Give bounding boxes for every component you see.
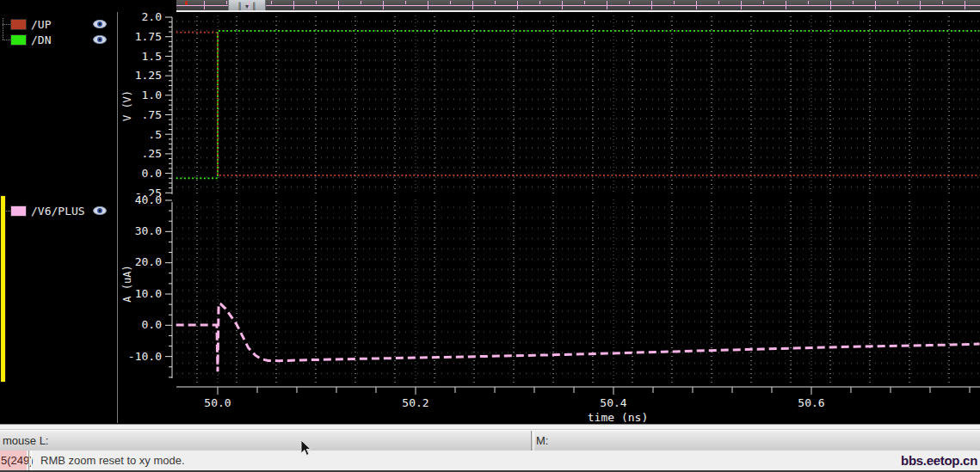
- svg-text:1.0: 1.0: [142, 89, 162, 101]
- trace-up[interactable]: [176, 33, 980, 175]
- top-y-axis-label: V (V): [121, 90, 133, 121]
- svg-text:1.5: 1.5: [142, 50, 162, 63]
- svg-text:50.4: 50.4: [600, 396, 626, 409]
- watermark-text: bbs.eetop.cn: [901, 453, 977, 468]
- legend-label-up: /UP: [31, 19, 51, 30]
- strip-tick-minor: [897, 1, 898, 4]
- svg-text:50.6: 50.6: [798, 396, 824, 409]
- strip-tick-minor: [629, 1, 630, 4]
- strip-tick: [741, 1, 742, 9]
- strip-tick: [607, 1, 607, 9]
- legend-tree-stub: [3, 40, 10, 40]
- strip-tick: [338, 1, 339, 9]
- x-axis-label: time (ns): [588, 411, 648, 423]
- eye-visibility-icon[interactable]: [92, 19, 108, 29]
- svg-text:50.2: 50.2: [402, 396, 428, 409]
- strip-tick-minor: [853, 1, 854, 4]
- strip-tick: [293, 1, 294, 9]
- up-color-swatch: [10, 19, 27, 30]
- bottom-y-axis-label: A (uA): [121, 265, 133, 302]
- voltage-plot-canvas[interactable]: 2.0 1.75 1.5 1.25 1.0 .75 .5 .25 0.0 -.2…: [120, 12, 980, 196]
- strip-tick-minor: [942, 1, 943, 4]
- legend-plot-separator[interactable]: [117, 12, 118, 423]
- legend-tree-stub: [3, 24, 10, 25]
- status-separator: [28, 451, 32, 470]
- strip-tick: [472, 1, 473, 9]
- svg-text:.75: .75: [142, 108, 162, 121]
- dn-color-swatch: [10, 34, 27, 46]
- strip-tick: [249, 1, 250, 9]
- legend-item-dn[interactable]: /DN: [10, 34, 51, 46]
- legend-item-up[interactable]: /UP: [10, 18, 51, 30]
- svg-text:50.0: 50.0: [204, 396, 231, 409]
- trace-v6plus[interactable]: [176, 303, 980, 371]
- legend-tree-line: [3, 18, 3, 40]
- strip-tick-minor: [584, 1, 585, 4]
- svg-text:40.0: 40.0: [135, 196, 162, 206]
- strip-tick-minor: [316, 1, 317, 4]
- thumb-grip-icon: ║: [252, 3, 256, 10]
- v6plus-color-swatch: [10, 205, 27, 217]
- eye-visibility-icon[interactable]: [92, 205, 108, 216]
- strip-tick: [517, 1, 518, 9]
- x-axis-ticks: [218, 387, 970, 395]
- strip-tick-minor: [361, 1, 361, 4]
- svg-text:.5: .5: [148, 128, 162, 141]
- strip-tick: [965, 1, 965, 9]
- eye-visibility-icon[interactable]: [92, 34, 108, 45]
- strip-tick-minor: [271, 1, 272, 4]
- svg-text:.25: .25: [142, 147, 162, 160]
- bottom-y-ticks: [165, 200, 172, 377]
- strip-tick: [875, 1, 876, 9]
- mouse-binding-bar: mouse L: M:: [0, 430, 980, 451]
- bottom-major-gridlines: [218, 199, 811, 383]
- svg-text:10.0: 10.0: [135, 287, 162, 300]
- svg-text:-10.0: -10.0: [128, 350, 162, 363]
- subplot-highlight-bar: [0, 195, 6, 383]
- strip-tick-minor: [763, 1, 764, 4]
- log-count-badge[interactable]: 5(249): [0, 451, 27, 470]
- strip-tick: [696, 1, 697, 9]
- status-separator: [531, 431, 534, 451]
- legend-item-v6plus[interactable]: /V6/PLUS: [10, 205, 85, 217]
- current-plot-canvas[interactable]: 40.0 30.0 20.0 10.0 0.0 -10.0 A (uA) 50.…: [120, 196, 980, 423]
- message-bar: 5(249) RMB zoom reset to xy mode. bbs.ee…: [0, 451, 980, 470]
- strip-tick: [204, 1, 205, 9]
- svg-text:20.0: 20.0: [135, 255, 162, 268]
- top-major-gridlines: [218, 15, 811, 194]
- strip-tick-minor: [226, 1, 227, 4]
- strip-tick-minor: [495, 1, 496, 4]
- strip-signal-line: [176, 5, 980, 6]
- strip-tick: [383, 1, 384, 9]
- x-tick-labels: 50.0 50.2 50.4 50.6: [204, 396, 824, 409]
- strip-tick-minor: [539, 1, 540, 4]
- thumb-grip-icon: ║: [237, 3, 242, 10]
- strip-tick: [562, 1, 563, 9]
- status-message: RMB zoom reset to xy mode.: [40, 454, 185, 467]
- strip-tick-minor: [450, 1, 451, 4]
- strip-red-marker: [185, 1, 188, 5]
- strip-tick: [786, 1, 786, 9]
- top-window-sliver: ║▾║: [176, 0, 980, 10]
- strip-tick: [651, 1, 652, 9]
- mouse-middle-binding-label: M:: [536, 434, 548, 447]
- mouse-cursor: [300, 439, 312, 457]
- svg-text:1.25: 1.25: [135, 69, 162, 82]
- top-y-ticks: [165, 17, 172, 193]
- svg-text:30.0: 30.0: [135, 224, 162, 237]
- strip-tick: [830, 1, 831, 9]
- strip-tick: [428, 1, 428, 9]
- svg-text:-.25: -.25: [135, 187, 162, 196]
- legend-label-v6plus: /V6/PLUS: [31, 205, 85, 217]
- top-y-tick-labels: 2.0 1.75 1.5 1.25 1.0 .75 .5 .25 0.0 -.2…: [135, 12, 162, 196]
- strip-tick-minor: [718, 1, 719, 4]
- legend-label-dn: /DN: [31, 34, 51, 46]
- strip-tick-minor: [808, 1, 809, 4]
- svg-text:0.0: 0.0: [142, 167, 162, 180]
- strip-tick: [920, 1, 921, 9]
- strip-tick-minor: [674, 1, 675, 4]
- trace-dn[interactable]: [176, 31, 980, 179]
- svg-text:2.0: 2.0: [142, 12, 162, 23]
- slider-thumb[interactable]: ║▾║: [228, 0, 266, 10]
- svg-text:1.75: 1.75: [135, 30, 162, 43]
